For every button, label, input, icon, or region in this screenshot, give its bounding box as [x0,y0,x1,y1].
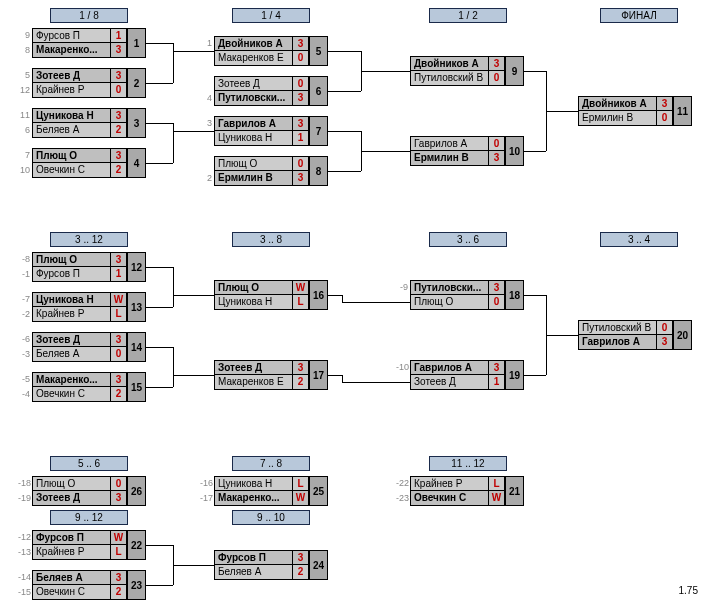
player-name: Ермилин В [411,151,488,165]
player-score: L [292,295,308,309]
connector [146,347,173,348]
player-name: Фурсов П [33,267,110,281]
player-name: Беляев А [33,571,110,584]
player-name: Двойников А [215,37,292,50]
seed: -2 [18,307,32,322]
seed: -14 [18,570,32,585]
player-row: Фурсов ПW [32,530,127,545]
round-label-r18: 1 / 8 [50,8,128,23]
player-score: 3 [656,97,672,110]
match-1: 98Фурсов П1Макаренко...31 [18,28,146,58]
match-number: 17 [310,360,328,390]
player-row: Путиловский В0 [578,320,673,335]
match-number: 20 [674,320,692,350]
seed: -1 [18,267,32,282]
player-name: Зотеев Д [215,77,292,90]
player-score: 1 [110,267,126,281]
player-row: Гаврилов А3 [410,360,505,375]
player-name: Фурсов П [215,551,292,564]
match-number: 19 [506,360,524,390]
match-number: 13 [128,292,146,322]
player-row: Зотеев Д3 [32,68,127,83]
connector [342,375,343,382]
player-row: Путиловский В0 [410,71,505,86]
player-row: Макаренко...3 [32,372,127,387]
player-score: 3 [110,43,126,57]
player-row: Макаренко...3 [32,43,127,58]
footer-version: 1.75 [679,585,698,596]
match-number: 8 [310,156,328,186]
match-10: Гаврилов А0Ермилин В310 [396,136,524,166]
seed: -6 [18,332,32,347]
player-row: Путиловски...3 [410,280,505,295]
player-name: Цуникова Н [33,109,110,122]
player-row: Зотеев Д0 [214,76,309,91]
player-row: Беляев А0 [32,347,127,362]
player-name: Крайнев Р [33,545,110,559]
player-row: Двойников А3 [410,56,505,71]
player-row: Фурсов П1 [32,267,127,282]
match-number: 21 [506,476,524,506]
player-row: Цуникова НL [214,476,309,491]
player-row: Беляев А3 [32,570,127,585]
player-name: Макаренко... [33,373,110,386]
seed: -22 [396,476,410,491]
connector [546,335,578,336]
player-name: Гаврилов А [411,361,488,374]
connector [546,111,578,112]
player-score: W [110,531,126,544]
player-row: Овечкин СW [410,491,505,506]
player-score: 0 [110,347,126,361]
match-number: 12 [128,252,146,282]
player-score: 3 [292,37,308,50]
seed: -4 [18,387,32,402]
seed: 7 [18,148,32,163]
seed: 3 [200,116,214,131]
connector [146,545,173,546]
match-7: 3Гаврилов А3Цуникова Н17 [200,116,328,146]
player-row: Макаренков Е0 [214,51,309,66]
player-row: Двойников А3 [214,36,309,51]
player-row: Гаврилов А3 [578,335,673,350]
seed: -12 [18,530,32,545]
player-name: Овечкин С [33,585,110,599]
match-number: 14 [128,332,146,362]
player-row: Зотеев Д1 [410,375,505,390]
match-number: 18 [506,280,524,310]
seed: -13 [18,545,32,560]
connector [173,295,214,296]
player-name: Цуникова Н [215,295,292,309]
connector [173,367,174,375]
match-number: 3 [128,108,146,138]
match-18: -9Путиловски...3Плющ О018 [396,280,524,310]
connector [361,151,410,152]
player-score: 3 [292,91,308,105]
player-row: Цуникова Н1 [214,131,309,146]
match-14: -6-3Зотеев Д3Беляев А014 [18,332,146,362]
player-score: L [292,477,308,490]
seed: 4 [200,91,214,106]
player-score: 2 [110,585,126,599]
seed: 11 [18,108,32,123]
connector [328,91,361,92]
player-score: 2 [292,375,308,389]
seed [200,76,214,91]
connector [146,387,173,388]
match-number: 2 [128,68,146,98]
player-score: 0 [110,83,126,97]
connector [173,131,174,143]
connector [146,307,173,308]
player-name: Макаренков Е [215,51,292,65]
player-row: Фурсов П3 [214,550,309,565]
player-score: 3 [488,281,504,294]
seed [200,51,214,66]
player-score: 0 [656,111,672,125]
player-score: 0 [488,295,504,309]
match-number: 7 [310,116,328,146]
round-label-p3_4: 3 .. 4 [600,232,678,247]
connector [524,295,546,296]
player-name: Путиловский В [579,321,656,334]
round-label-p5_6: 5 .. 6 [50,456,128,471]
player-name: Макаренко... [215,491,292,505]
round-label-p3_8: 3 .. 8 [232,232,310,247]
